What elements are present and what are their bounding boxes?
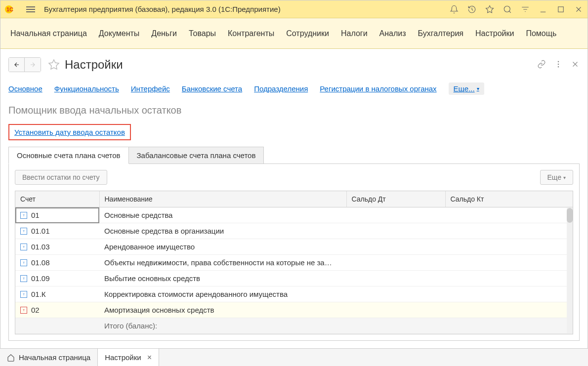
account-code: 01.К [31,290,46,298]
nav-forward-button[interactable] [25,58,41,72]
total-credit [445,318,573,334]
menu-help[interactable]: Помощь [526,29,556,38]
subnav-interface[interactable]: Интерфейс [131,84,170,93]
subnav-main[interactable]: Основное [8,84,42,93]
account-code: 01 [31,211,40,219]
table-row[interactable]: т01.09Выбытие основных средств [15,271,573,286]
account-code: 01.09 [31,274,50,283]
toolbar-more-button[interactable]: Еще [540,170,574,185]
maximize-icon[interactable] [556,4,566,14]
titlebar-actions [449,4,584,14]
history-icon[interactable] [467,4,477,14]
scrollbar-thumb[interactable] [567,208,573,223]
subnav-bank-accounts[interactable]: Банковские счета [182,84,242,93]
account-name: Основные средства [99,207,346,223]
toolbar: Ввести остатки по счету Еще [15,170,573,185]
menu-home[interactable]: Начальная страница [10,29,87,38]
menu-documents[interactable]: Документы [99,29,139,38]
menu-accounting[interactable]: Бухгалтерия [418,29,463,38]
tab-offbalance-accounts[interactable]: Забалансовые счета плана счетов [129,147,264,164]
hamburger-menu-icon[interactable] [26,3,38,15]
close-icon[interactable] [574,4,584,14]
subnav-functionality[interactable]: Функциональность [54,84,119,93]
header-credit[interactable]: Сальдо Кт [445,191,573,207]
favorite-star-icon[interactable] [47,58,61,72]
tabs: Основные счета плана счетов Забалансовые… [8,146,580,163]
total-label: Итого (баланс): [99,318,346,334]
bottom-tab-home[interactable]: Начальная страница [0,349,98,366]
minimize-icon[interactable] [538,4,548,14]
home-icon [7,354,15,362]
total-debit [346,318,445,334]
scrollbar[interactable] [567,208,573,334]
bell-icon[interactable] [449,4,459,14]
tab-content: Ввести остатки по счету Еще Счет Наимено… [8,163,580,341]
svg-text:1С: 1С [6,6,13,12]
menu-taxes[interactable]: Налоги [341,29,368,38]
star-icon[interactable] [485,4,495,14]
logo-1c: 1С [4,3,20,15]
account-name: Арендованное имущество [99,239,346,255]
more-vertical-icon[interactable] [554,60,563,70]
bottom-tab-close-icon[interactable]: × [147,353,152,362]
subnav-more-dropdown[interactable]: Еще... [449,82,484,95]
filter-icon[interactable] [520,4,530,14]
bottom-tab-settings[interactable]: Настройки × [98,349,159,366]
menu-analysis[interactable]: Анализ [379,29,406,38]
table-row[interactable]: т01.03Арендованное имущество [15,239,573,255]
header-debit[interactable]: Сальдо Дт [346,191,445,207]
account-type-icon: т [20,307,27,314]
account-type-icon: т [20,291,27,298]
table-row[interactable]: т01.08Объекты недвижимости, права собств… [15,255,573,271]
table-row[interactable]: т02Амортизация основных средств [15,302,573,318]
svg-rect-3 [558,6,564,12]
header-account[interactable]: Счет [15,191,99,207]
table-row[interactable]: т01.01Основные средства в организации [15,223,573,239]
credit-balance [445,286,573,302]
nav-back-button[interactable] [9,58,25,72]
account-type-icon: т [20,228,27,235]
account-name: Амортизация основных средств [99,302,346,318]
subnav-tax-registrations[interactable]: Регистрации в налоговых органах [320,84,436,93]
account-name: Объекты недвижимости, права собственност… [99,255,346,271]
menu-employees[interactable]: Сотрудники [286,29,329,38]
menu-settings[interactable]: Настройки [475,29,514,38]
debit-balance [346,255,445,271]
bottom-bar: Начальная страница Настройки × [0,348,588,366]
link-icon[interactable] [537,60,546,70]
table-header-row: Счет Наименование Сальдо Дт Сальдо Кт [15,191,573,207]
account-code: 01.03 [31,243,50,251]
enter-balances-button[interactable]: Ввести остатки по счету [15,170,107,185]
account-code: 02 [31,306,40,314]
table-row[interactable]: т01Основные средства [15,207,573,223]
debit-balance [346,302,445,318]
menu-counterparties[interactable]: Контрагенты [228,29,274,38]
table-total-row: Итого (баланс): [15,318,573,334]
menu-goods[interactable]: Товары [189,29,216,38]
set-balance-date-link[interactable]: Установить дату ввода остатков [14,128,125,136]
header-name[interactable]: Наименование [99,191,346,207]
credit-balance [445,223,573,239]
accounts-table: Счет Наименование Сальдо Дт Сальдо Кт т0… [15,191,573,334]
titlebar: 1С Бухгалтерия предприятия (базовая), ре… [0,0,588,18]
credit-balance [445,207,573,223]
page-title: Настройки [65,58,537,72]
debit-balance [346,286,445,302]
sub-nav: Основное Функциональность Интерфейс Банк… [8,82,580,95]
svg-point-2 [504,6,510,12]
nav-buttons [8,57,41,72]
bottom-tab-home-label: Начальная страница [19,353,90,362]
subnav-divisions[interactable]: Подразделения [254,84,308,93]
credit-balance [445,271,573,286]
table-row[interactable]: т01.ККорректировка стоимости арендованно… [15,286,573,302]
svg-point-4 [558,61,559,62]
account-name: Основные средства в организации [99,223,346,239]
debit-balance [346,223,445,239]
content: Настройки Основное Функциональность Инте… [0,49,588,347]
tab-main-accounts[interactable]: Основные счета плана счетов [8,147,129,164]
search-icon[interactable] [503,4,512,14]
bottom-tab-settings-label: Настройки [105,353,141,362]
svg-point-5 [558,64,559,65]
menu-money[interactable]: Деньги [151,29,177,38]
close-page-icon[interactable] [571,60,580,70]
